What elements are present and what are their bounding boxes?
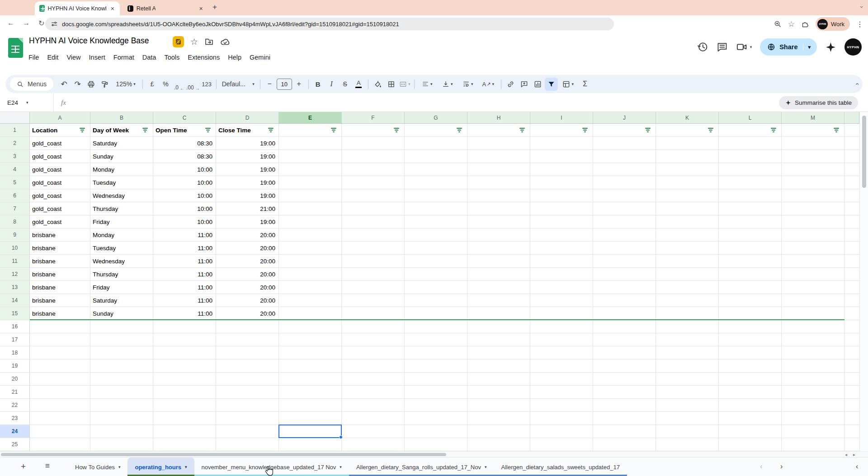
text-color-icon[interactable]: A [352, 78, 365, 91]
cell-G11[interactable] [405, 255, 467, 268]
tab-close-icon[interactable]: × [198, 5, 204, 12]
cell-E18[interactable] [279, 346, 342, 359]
row-header-10[interactable]: 10 [0, 242, 30, 255]
vertical-align-icon[interactable]: ▾ [438, 78, 458, 91]
cell-E10[interactable] [279, 242, 342, 255]
cell-J17[interactable] [593, 333, 656, 346]
cell-J1[interactable] [593, 124, 656, 137]
cell-J24[interactable] [593, 425, 656, 438]
fill-color-icon[interactable] [371, 78, 384, 91]
cell-K20[interactable] [656, 373, 719, 386]
cell-J10[interactable] [593, 242, 656, 255]
cell-A1[interactable]: Location [30, 124, 90, 137]
cell-G15[interactable] [405, 307, 467, 320]
cell-J3[interactable] [593, 150, 656, 163]
row-header-4[interactable]: 4 [0, 163, 30, 176]
increase-decimal-icon[interactable]: .00→ [186, 78, 200, 91]
cell-D9[interactable]: 20:00 [216, 229, 279, 242]
cell-M12[interactable] [782, 268, 844, 281]
row-header-14[interactable]: 14 [0, 294, 30, 307]
create-filter-icon[interactable] [545, 78, 558, 91]
cell-I15[interactable] [530, 307, 593, 320]
name-box[interactable]: E24 ▾ [0, 93, 45, 112]
cell-D17[interactable] [216, 333, 279, 346]
column-filter-icon[interactable] [141, 128, 148, 132]
font-select[interactable]: Defaul...▾ [219, 78, 257, 91]
cell-H18[interactable] [467, 346, 530, 359]
cell-L19[interactable] [719, 359, 782, 373]
column-filter-icon[interactable] [643, 128, 651, 132]
cell-B24[interactable] [90, 425, 153, 438]
cell-B21[interactable] [90, 386, 153, 399]
cell-E8[interactable] [279, 215, 342, 229]
cell-C2[interactable]: 08:30 [153, 137, 216, 150]
cell-C18[interactable] [153, 346, 216, 359]
cell-A15[interactable]: brisbane [30, 307, 90, 320]
column-header-C[interactable]: C [153, 112, 216, 124]
cell-I19[interactable] [530, 359, 593, 373]
cell-M17[interactable] [782, 333, 844, 346]
cell-A5[interactable]: gold_coast [30, 176, 90, 189]
cell-H22[interactable] [467, 399, 530, 412]
camera-caret-icon[interactable]: ▾ [750, 45, 752, 49]
column-header-I[interactable]: I [530, 112, 593, 124]
sheet-tab-allergen-dietary-salads-sweets-updated-1[interactable]: Allergen_dietary_salads_sweets_updated_1… [494, 457, 627, 476]
cell-H16[interactable] [467, 320, 530, 333]
forward-icon[interactable]: → [23, 19, 30, 27]
cell-G25[interactable] [405, 438, 467, 451]
cell-C22[interactable] [153, 399, 216, 412]
formula-input[interactable]: fx [53, 93, 686, 112]
cell-G18[interactable] [405, 346, 467, 359]
cell-F13[interactable] [342, 281, 405, 294]
row-header-12[interactable]: 12 [0, 268, 30, 281]
cell-C1[interactable]: Open Time [153, 124, 216, 137]
cell-J14[interactable] [593, 294, 656, 307]
cell-B13[interactable]: Friday [90, 281, 153, 294]
row-header-21[interactable]: 21 [0, 386, 30, 399]
cell-I4[interactable] [530, 163, 593, 176]
cell-J5[interactable] [593, 176, 656, 189]
summarise-table-button[interactable]: Summarise this table [779, 96, 858, 109]
zoom-page-icon[interactable] [774, 20, 782, 28]
cell-L5[interactable] [719, 176, 782, 189]
cell-C14[interactable]: 11:00 [153, 294, 216, 307]
cell-D15[interactable]: 20:00 [216, 307, 279, 320]
cell-I2[interactable] [530, 137, 593, 150]
row-header-6[interactable]: 6 [0, 189, 30, 202]
column-filter-icon[interactable] [266, 128, 274, 132]
cell-M2[interactable] [782, 137, 844, 150]
undo-icon[interactable]: ↶ [57, 78, 71, 91]
cell-C25[interactable] [153, 438, 216, 451]
cell-K6[interactable] [656, 189, 719, 202]
cell-G10[interactable] [405, 242, 467, 255]
cell-I23[interactable] [530, 412, 593, 425]
cell-M8[interactable] [782, 215, 844, 229]
cell-J22[interactable] [593, 399, 656, 412]
cell-D4[interactable]: 19:00 [216, 163, 279, 176]
cell-H14[interactable] [467, 294, 530, 307]
cell-H10[interactable] [467, 242, 530, 255]
cell-L10[interactable] [719, 242, 782, 255]
cloud-saved-icon[interactable] [220, 37, 230, 47]
cell-D24[interactable] [216, 425, 279, 438]
cell-E14[interactable] [279, 294, 342, 307]
cell-K22[interactable] [656, 399, 719, 412]
cell-L3[interactable] [719, 150, 782, 163]
menu-data[interactable]: Data [138, 51, 160, 63]
cell-B19[interactable] [90, 359, 153, 373]
cell-M23[interactable] [782, 412, 844, 425]
menu-format[interactable]: Format [109, 51, 138, 63]
cell-H24[interactable] [467, 425, 530, 438]
site-info-tune-icon[interactable] [51, 20, 58, 28]
cell-F25[interactable] [342, 438, 405, 451]
tab-close-icon[interactable]: × [110, 5, 115, 12]
row-header-17[interactable]: 17 [0, 333, 30, 346]
cell-G7[interactable] [405, 202, 467, 215]
cell-K24[interactable] [656, 425, 719, 438]
row-header-23[interactable]: 23 [0, 412, 30, 425]
cell-D11[interactable]: 20:00 [216, 255, 279, 268]
cell-K12[interactable] [656, 268, 719, 281]
cell-D16[interactable] [216, 320, 279, 333]
cell-B25[interactable] [90, 438, 153, 451]
cell-L2[interactable] [719, 137, 782, 150]
